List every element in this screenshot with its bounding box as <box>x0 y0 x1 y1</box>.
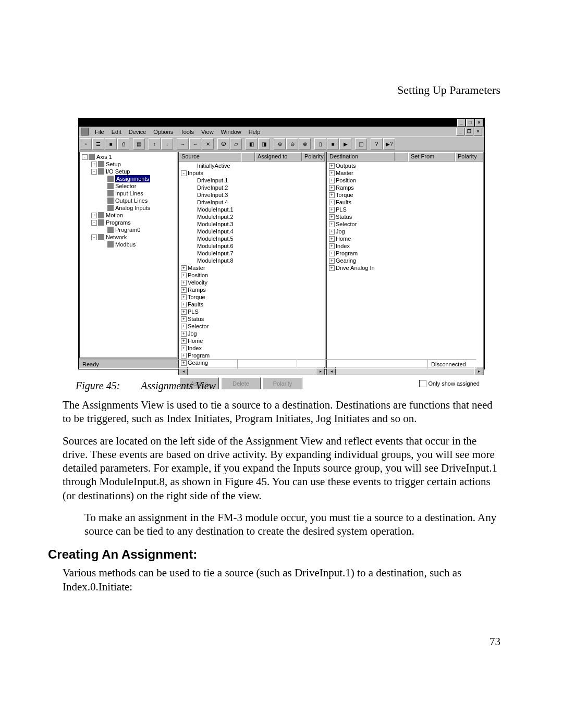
col-destination[interactable]: Destination <box>327 152 395 162</box>
source-row[interactable]: +Torque <box>179 293 325 301</box>
expand-icon[interactable]: + <box>329 192 335 198</box>
tree-item[interactable]: Analog Inputs <box>80 204 177 212</box>
source-row[interactable]: ModuleInput.6 <box>179 242 325 250</box>
source-row[interactable]: DriveInput.1 <box>179 177 325 184</box>
source-row[interactable]: +Home <box>179 337 325 344</box>
expand-icon[interactable]: + <box>181 302 187 307</box>
only-show-assigned-checkbox[interactable] <box>419 380 426 387</box>
tool-icon[interactable]: ✕ <box>202 138 214 150</box>
col-assignedto[interactable]: Assigned to <box>255 152 302 162</box>
col-spacer[interactable] <box>241 152 255 162</box>
tree-item[interactable]: -Programs <box>80 219 177 226</box>
destination-list[interactable]: Destination Set From Polarity +Outputs+M… <box>326 152 484 375</box>
source-row[interactable]: +Position <box>179 272 325 279</box>
source-row[interactable]: ModuleInput.2 <box>179 213 325 220</box>
source-row[interactable]: ModuleInput.5 <box>179 235 325 242</box>
destination-row[interactable]: +Index <box>327 242 483 250</box>
destination-row[interactable]: +Gearing <box>327 257 483 264</box>
source-row[interactable]: ModuleInput.1 <box>179 206 325 213</box>
expand-icon[interactable]: + <box>181 331 187 337</box>
expand-icon[interactable]: + <box>329 178 335 183</box>
menu-view[interactable]: View <box>200 128 215 135</box>
expand-icon[interactable]: + <box>329 221 335 227</box>
menu-file[interactable]: File <box>94 128 105 135</box>
source-row[interactable]: ModuleInput.7 <box>179 250 325 257</box>
expand-icon[interactable]: + <box>181 273 187 278</box>
expand-icon[interactable]: + <box>329 258 335 264</box>
expand-icon[interactable]: + <box>329 236 335 242</box>
source-row[interactable]: +Velocity <box>179 279 325 286</box>
open-icon[interactable]: ☰ <box>92 138 104 150</box>
source-row[interactable]: +Master <box>179 264 325 272</box>
tool-icon[interactable]: → <box>177 138 189 150</box>
source-row[interactable]: +Faults <box>179 301 325 308</box>
tool-icon[interactable]: ⊗ <box>299 138 311 150</box>
expand-icon[interactable]: + <box>329 214 335 220</box>
mdi-close-button[interactable]: × <box>474 128 482 135</box>
destination-row[interactable]: +Program <box>327 250 483 257</box>
navigation-tree[interactable]: -Axis 1+Setup-I/O SetupAssignmentsSelect… <box>79 152 177 358</box>
upload-icon[interactable]: ↑ <box>149 138 161 150</box>
expand-icon[interactable]: + <box>329 163 335 169</box>
source-row[interactable]: -Inputs <box>179 169 325 177</box>
destination-row[interactable]: +Selector <box>327 220 483 228</box>
source-row[interactable]: +Index <box>179 344 325 352</box>
destination-row[interactable]: +Outputs <box>327 162 483 169</box>
expand-icon[interactable]: + <box>329 200 335 205</box>
expand-icon[interactable]: + <box>181 324 187 329</box>
col-polarity[interactable]: Polarity <box>455 152 483 162</box>
tree-item[interactable]: Modbus <box>80 241 177 248</box>
expand-icon[interactable]: + <box>91 213 97 218</box>
destination-row[interactable]: +Jog <box>327 228 483 235</box>
help-icon[interactable]: ? <box>371 138 383 150</box>
expand-icon[interactable]: + <box>181 265 187 271</box>
expand-icon[interactable]: + <box>329 207 335 213</box>
tree-item[interactable]: -Network <box>80 233 177 241</box>
expand-icon[interactable]: + <box>181 280 187 286</box>
collapse-icon[interactable]: - <box>181 170 187 176</box>
source-row[interactable]: +PLS <box>179 308 325 315</box>
menu-edit[interactable]: Edit <box>111 128 123 135</box>
tree-item[interactable]: Selector <box>80 182 177 190</box>
tool-icon[interactable]: ← <box>189 138 201 150</box>
destination-row[interactable]: +Status <box>327 213 483 220</box>
destination-row[interactable]: +Faults <box>327 199 483 206</box>
source-row[interactable]: +Status <box>179 315 325 323</box>
tree-item[interactable]: +Motion <box>80 212 177 219</box>
collapse-icon[interactable]: - <box>91 235 97 240</box>
source-row[interactable]: DriveInput.3 <box>179 191 325 199</box>
new-icon[interactable]: ▫ <box>80 138 92 150</box>
expand-icon[interactable]: + <box>329 265 335 271</box>
tool-icon[interactable]: ▱ <box>230 138 242 150</box>
source-row[interactable]: +Ramps <box>179 286 325 293</box>
destination-row[interactable]: +Home <box>327 235 483 242</box>
source-row[interactable]: ModuleInput.8 <box>179 257 325 264</box>
col-polarity[interactable]: Polarity <box>302 152 325 162</box>
menu-device[interactable]: Device <box>128 128 148 135</box>
source-row[interactable]: +Jog <box>179 330 325 337</box>
source-row[interactable]: ModuleInput.3 <box>179 220 325 228</box>
download-icon[interactable]: ↓ <box>161 138 173 150</box>
menu-window[interactable]: Window <box>220 128 242 135</box>
tool-icon[interactable]: ▤ <box>133 138 145 150</box>
col-setfrom[interactable]: Set From <box>408 152 455 162</box>
print-icon[interactable]: ⎙ <box>117 138 129 150</box>
expand-icon[interactable]: + <box>181 287 187 293</box>
delete-button[interactable]: Delete <box>221 377 261 389</box>
tool-icon[interactable]: ◨ <box>258 138 270 150</box>
tool-icon[interactable]: ⊕ <box>274 138 286 150</box>
col-source[interactable]: Source <box>179 152 241 162</box>
destination-row[interactable]: +PLS <box>327 206 483 213</box>
destination-row[interactable]: +Position <box>327 177 483 184</box>
tool-icon[interactable]: ◧ <box>246 138 258 150</box>
destination-row[interactable]: +Ramps <box>327 184 483 191</box>
expand-icon[interactable]: + <box>181 346 187 351</box>
tree-item[interactable]: Program0 <box>80 226 177 233</box>
tool-icon[interactable]: ⊖ <box>286 138 298 150</box>
tree-item[interactable]: +Setup <box>80 161 177 168</box>
source-row[interactable]: InitiallyActive <box>179 162 325 169</box>
menu-help[interactable]: Help <box>248 128 262 135</box>
destination-row[interactable]: +Torque <box>327 191 483 199</box>
expand-icon[interactable]: + <box>329 251 335 256</box>
collapse-icon[interactable]: - <box>82 154 88 160</box>
